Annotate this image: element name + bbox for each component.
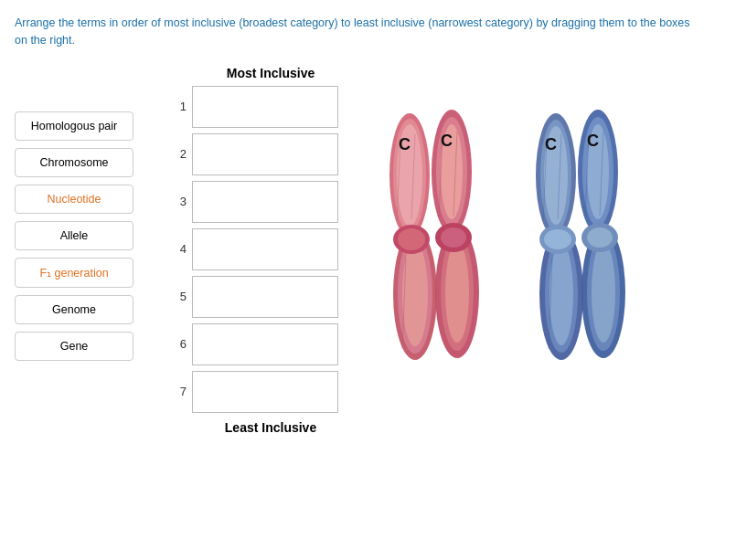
- term-homologous-pair[interactable]: Homologous pair: [15, 111, 133, 141]
- svg-point-38: [587, 227, 613, 248]
- term-allele[interactable]: Allele: [15, 221, 133, 250]
- svg-text:C: C: [441, 132, 453, 150]
- drop-number-4: 4: [170, 242, 187, 256]
- term-genome[interactable]: Genome: [15, 295, 133, 324]
- drop-rows: 1 2 3 4 5 6 7: [170, 86, 338, 413]
- drop-row-6: 6: [170, 323, 338, 365]
- blue-chromosome: C C: [517, 102, 645, 367]
- svg-point-13: [445, 242, 469, 343]
- drop-row-4: 4: [170, 228, 338, 270]
- drop-box-3[interactable]: [192, 181, 338, 223]
- drop-box-7[interactable]: [192, 371, 338, 413]
- instructions-text: Arrange the terms in order of most inclu…: [15, 15, 691, 49]
- term-nucleotide[interactable]: Nucleotide: [15, 185, 133, 214]
- most-inclusive-label: Most Inclusive: [188, 66, 353, 80]
- drop-number-2: 2: [170, 147, 187, 161]
- drop-number-1: 1: [170, 100, 187, 113]
- drop-row-3: 3: [170, 181, 338, 223]
- drop-row-1: 1: [170, 86, 338, 128]
- chromosomes-area: C C: [371, 102, 645, 367]
- term-f1-generation[interactable]: F₁ generation: [15, 258, 133, 288]
- svg-point-15: [441, 227, 466, 248]
- pink-chromosome: C C: [371, 102, 499, 367]
- drop-row-2: 2: [170, 133, 338, 175]
- svg-point-28: [549, 243, 573, 345]
- drop-row-7: 7: [170, 371, 338, 413]
- drop-box-4[interactable]: [192, 228, 338, 270]
- svg-text:C: C: [545, 135, 557, 153]
- drop-box-1[interactable]: [192, 86, 338, 128]
- drop-box-2[interactable]: [192, 133, 338, 175]
- svg-text:C: C: [587, 132, 599, 150]
- drop-row-5: 5: [170, 276, 338, 318]
- terms-column: Homologous pair Chromosome Nucleotide Al…: [15, 111, 143, 361]
- drop-number-5: 5: [170, 290, 187, 303]
- main-layout: Homologous pair Chromosome Nucleotide Al…: [15, 66, 721, 435]
- term-chromosome[interactable]: Chromosome: [15, 148, 133, 177]
- svg-text:C: C: [399, 135, 411, 153]
- drop-column: Most Inclusive 1 2 3 4 5: [170, 66, 353, 435]
- least-inclusive-label: Least Inclusive: [188, 420, 353, 435]
- drop-box-6[interactable]: [192, 323, 338, 365]
- svg-point-7: [398, 228, 425, 250]
- drop-number-6: 6: [170, 337, 187, 351]
- drop-box-5[interactable]: [192, 276, 338, 318]
- svg-point-36: [592, 242, 615, 343]
- drop-number-3: 3: [170, 195, 187, 208]
- term-gene[interactable]: Gene: [15, 332, 133, 361]
- svg-point-30: [544, 229, 571, 249]
- drop-number-7: 7: [170, 385, 187, 398]
